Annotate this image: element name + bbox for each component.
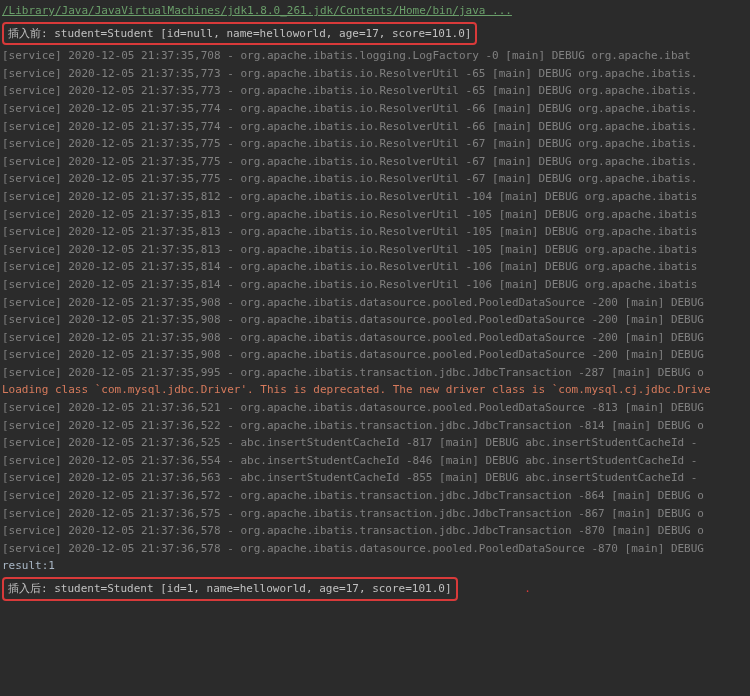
log-line: [service] 2020-12-05 21:37:36,525 - abc.… xyxy=(2,434,748,452)
log-line: [service] 2020-12-05 21:37:35,813 - org.… xyxy=(2,223,748,241)
before-insert-text: 插入前: student=Student [id=null, name=hell… xyxy=(8,27,471,40)
java-command-header: /Library/Java/JavaVirtualMachines/jdk1.8… xyxy=(2,2,748,20)
log-line: [service] 2020-12-05 21:37:35,813 - org.… xyxy=(2,241,748,259)
log-line: [service] 2020-12-05 21:37:35,812 - org.… xyxy=(2,188,748,206)
log-line: [service] 2020-12-05 21:37:35,775 - org.… xyxy=(2,153,748,171)
log-line: [service] 2020-12-05 21:37:35,814 - org.… xyxy=(2,258,748,276)
log-line: [service] 2020-12-05 21:37:35,708 - org.… xyxy=(2,47,748,65)
log-line: [service] 2020-12-05 21:37:35,775 - org.… xyxy=(2,135,748,153)
after-insert-highlight: 插入后: student=Student [id=1, name=hellowo… xyxy=(2,577,458,601)
result-text: result:1 xyxy=(2,557,748,575)
mysql-driver-warning: Loading class `com.mysql.jdbc.Driver'. T… xyxy=(2,381,748,399)
after-insert-text: 插入后: student=Student [id=1, name=hellowo… xyxy=(8,582,452,595)
log-line: [service] 2020-12-05 21:37:35,908 - org.… xyxy=(2,346,748,364)
log-line: [service] 2020-12-05 21:37:35,773 - org.… xyxy=(2,65,748,83)
log-line: [service] 2020-12-05 21:37:35,775 - org.… xyxy=(2,170,748,188)
log-line: [service] 2020-12-05 21:37:36,563 - abc.… xyxy=(2,469,748,487)
red-dot-icon: . xyxy=(524,580,531,598)
before-insert-highlight: 插入前: student=Student [id=null, name=hell… xyxy=(2,22,477,46)
log-line: [service] 2020-12-05 21:37:35,774 - org.… xyxy=(2,118,748,136)
log-line: [service] 2020-12-05 21:37:35,773 - org.… xyxy=(2,82,748,100)
log-line: [service] 2020-12-05 21:37:35,908 - org.… xyxy=(2,294,748,312)
log-line: [service] 2020-12-05 21:37:36,578 - org.… xyxy=(2,522,748,540)
log-line: [service] 2020-12-05 21:37:35,813 - org.… xyxy=(2,206,748,224)
log-line: [service] 2020-12-05 21:37:36,578 - org.… xyxy=(2,540,748,558)
log-line: [service] 2020-12-05 21:37:36,572 - org.… xyxy=(2,487,748,505)
log-line: [service] 2020-12-05 21:37:36,521 - org.… xyxy=(2,399,748,417)
log-line: [service] 2020-12-05 21:37:35,774 - org.… xyxy=(2,100,748,118)
log-line: [service] 2020-12-05 21:37:35,995 - org.… xyxy=(2,364,748,382)
log-block-2: [service] 2020-12-05 21:37:36,521 - org.… xyxy=(2,399,748,557)
log-line: [service] 2020-12-05 21:37:36,575 - org.… xyxy=(2,505,748,523)
log-line: [service] 2020-12-05 21:37:35,814 - org.… xyxy=(2,276,748,294)
log-line: [service] 2020-12-05 21:37:36,554 - abc.… xyxy=(2,452,748,470)
log-block-1: [service] 2020-12-05 21:37:35,708 - org.… xyxy=(2,47,748,381)
log-line: [service] 2020-12-05 21:37:36,522 - org.… xyxy=(2,417,748,435)
log-line: [service] 2020-12-05 21:37:35,908 - org.… xyxy=(2,329,748,347)
log-line: [service] 2020-12-05 21:37:35,908 - org.… xyxy=(2,311,748,329)
